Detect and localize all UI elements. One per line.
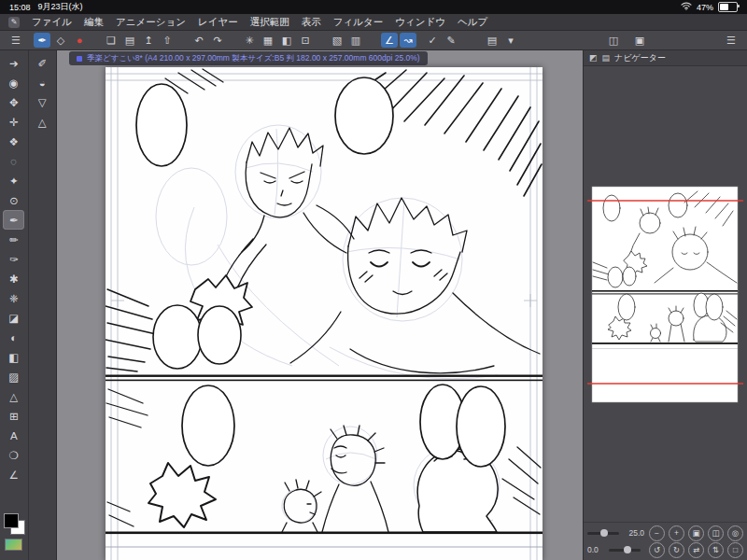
main-menu-icon[interactable]: ☰ (7, 33, 24, 48)
panel-tab-icon[interactable]: ◩ (589, 53, 598, 63)
palette-dock-icon[interactable]: ▣ (631, 33, 648, 48)
app-icon[interactable]: ✎ (8, 17, 20, 28)
menu-layer[interactable]: レイヤー (198, 16, 238, 29)
menu-file[interactable]: ファイル (32, 16, 72, 29)
tool-lasso-select[interactable]: ◌ (3, 151, 24, 171)
rotate-left-button[interactable]: ↺ (649, 542, 665, 558)
fill-quick-icon[interactable]: ◧ (278, 33, 295, 48)
menu-bar: ✎ ファイル編集アニメーションレイヤー選択範囲表示フィルターウィンドウヘルプ (0, 14, 747, 31)
tool-decoration[interactable]: ❈ (3, 288, 24, 308)
menu-view[interactable]: 表示 (302, 16, 321, 29)
tool-airbrush[interactable]: ✱ (3, 269, 24, 288)
fit-width-button[interactable]: ◫ (708, 525, 724, 541)
zoom-slider[interactable] (587, 532, 619, 535)
redo-icon[interactable]: ↷ (209, 33, 226, 48)
navigator-panel: ◩ ▤ ナビゲーター (583, 50, 747, 560)
tool-eyedropper[interactable]: ⊙ (3, 190, 24, 210)
pattern-icon[interactable]: ▥ (347, 33, 364, 48)
canvas-workspace: 季楽どすこい8* (A4 210.00 x 297.00mm 製本サイズ:B5 … (57, 50, 583, 560)
navigator-thumbnail[interactable] (587, 180, 743, 409)
actual-size-button[interactable]: ◎ (727, 525, 743, 541)
subtool-ruler-icon[interactable]: △ (32, 112, 53, 132)
tool-hand[interactable]: ✥ (3, 92, 24, 112)
toolbar-icons: ☰✒◇●❏▤↥⇧↶↷✳▦◧⊡▧▥∠↝✓✎▤▾ (7, 33, 519, 48)
rotation-slider-knob[interactable] (624, 546, 631, 553)
tool-pen[interactable]: ✒ (3, 210, 24, 230)
tool-frame-border[interactable]: ⊞ (3, 406, 24, 426)
panel-list-icon[interactable]: ▤ (602, 53, 611, 63)
gradient-color-chip[interactable] (5, 539, 22, 551)
zoom-slider-knob[interactable] (600, 529, 608, 537)
zoom-buttons: −+▣◫◎ (649, 525, 743, 541)
tool-operation[interactable]: ➔ (3, 53, 24, 73)
tool-move[interactable]: ✛ (3, 112, 24, 132)
subtool-eraser-icon[interactable]: ◒ (32, 73, 53, 92)
workspace-icon[interactable]: ◫ (605, 33, 622, 48)
menu-animation[interactable]: アニメーション (116, 16, 186, 29)
tool-eraser[interactable]: ◪ (3, 308, 24, 328)
reset-view-button[interactable]: □ (727, 542, 743, 558)
tool-gradient[interactable]: ▨ (3, 367, 24, 386)
snap-curve-icon[interactable]: ↝ (400, 33, 416, 48)
undo-icon[interactable]: ↶ (190, 33, 207, 48)
subtool-select-icon[interactable]: ▽ (32, 92, 53, 112)
overflow-menu-icon[interactable]: ☰ (723, 33, 740, 48)
document-modified-icon (77, 56, 82, 62)
tool-text[interactable]: A (3, 426, 24, 445)
fit-screen-button[interactable]: ▣ (688, 525, 704, 541)
tool-correct-line[interactable]: ∠ (3, 465, 24, 484)
ipad-status-bar: 15:08 9月23日(水) 47% (0, 0, 747, 14)
navigator-controls: 25.0 −+▣◫◎ 0.0 ↺↻⇄⇅□ (584, 522, 747, 560)
tool-auto-select[interactable]: ✦ (3, 171, 24, 190)
grid-icon[interactable]: ▦ (260, 33, 276, 48)
menu-edit[interactable]: 編集 (84, 16, 104, 29)
panel-border (106, 375, 543, 377)
navigator-body (584, 66, 747, 522)
tool-figure[interactable]: △ (3, 386, 24, 406)
menu-help[interactable]: ヘルプ (458, 16, 487, 29)
zoom-in-button[interactable]: + (669, 525, 684, 541)
check-icon[interactable]: ✓ (424, 33, 441, 48)
tool-palette: ➔◉✥✛❖◌✦⊙✒✏✑✱❈◪◐◧▨△⊞A❍∠ ✐◒▽△ (0, 50, 57, 560)
open-file-icon[interactable]: ▤ (121, 33, 138, 48)
edit-line-icon[interactable]: ✎ (443, 33, 459, 48)
flip-horizontal-button[interactable]: ⇄ (688, 542, 704, 558)
color-swatches (3, 513, 25, 551)
timelapse-record-icon[interactable]: ● (71, 33, 88, 48)
menu-selection[interactable]: 選択範囲 (250, 16, 289, 29)
flip-vertical-button[interactable]: ⇅ (708, 542, 724, 558)
dropdown-icon[interactable]: ▾ (502, 33, 519, 48)
snap-line-icon[interactable]: ∠ (381, 33, 398, 48)
tool-zoom[interactable]: ◉ (3, 73, 24, 92)
tool-brush[interactable]: ✑ (3, 249, 24, 269)
save-icon[interactable]: ↥ (140, 33, 157, 48)
main-color-swatch[interactable] (4, 513, 19, 528)
menu-filter[interactable]: フィルター (333, 16, 383, 29)
tool-pencil[interactable]: ✏ (3, 230, 24, 249)
tool-fill[interactable]: ◧ (3, 347, 24, 367)
tool-object[interactable]: ❖ (3, 132, 24, 151)
navigator-thumbnail-art (587, 180, 743, 409)
eraser-quick-icon[interactable]: ◇ (52, 33, 69, 48)
menu-items: ファイル編集アニメーションレイヤー選択範囲表示フィルターウィンドウヘルプ (32, 16, 487, 29)
tool-blend[interactable]: ◐ (3, 328, 24, 347)
subtool-pen-icon[interactable]: ✐ (32, 53, 53, 73)
document-tab[interactable]: 季楽どすこい8* (A4 210.00 x 297.00mm 製本サイズ:B5 … (69, 51, 428, 65)
material-icon[interactable]: ▧ (329, 33, 345, 48)
menu-window[interactable]: ウィンドウ (395, 16, 445, 29)
rotate-right-button[interactable]: ↻ (669, 542, 684, 558)
clear-icon[interactable]: ✳ (241, 33, 258, 48)
rotation-slider[interactable] (609, 549, 641, 552)
panel-border (106, 532, 543, 535)
tool-balloon[interactable]: ❍ (3, 445, 24, 465)
pen-quick-icon[interactable]: ✒ (34, 33, 50, 48)
panel-1-art (106, 69, 542, 373)
battery-icon (718, 2, 738, 12)
new-canvas-icon[interactable]: ❏ (103, 33, 120, 48)
zoom-out-button[interactable]: − (649, 525, 665, 541)
crop-icon[interactable]: ⊡ (297, 33, 314, 48)
tool-column-primary: ➔◉✥✛❖◌✦⊙✒✏✑✱❈◪◐◧▨△⊞A❍∠ (0, 50, 29, 560)
layer-quick-icon[interactable]: ▤ (484, 33, 500, 48)
canvas-page[interactable] (106, 67, 543, 560)
export-icon[interactable]: ⇧ (159, 33, 176, 48)
